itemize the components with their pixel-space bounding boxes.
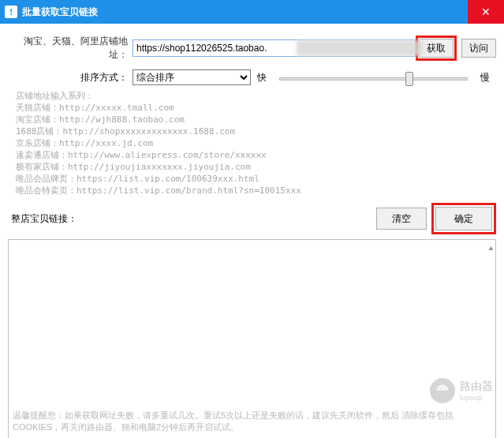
footer-tip: 温馨提醒您：如果获取网址失败，请多重试几次。重试5次以上还是失败的话，建议先关闭… bbox=[13, 410, 491, 433]
app-icon: ! bbox=[5, 6, 17, 18]
url-label: 淘宝、天猫、阿里店铺地址： bbox=[8, 35, 133, 62]
confirm-highlight: 确定 bbox=[431, 203, 496, 234]
close-button[interactable]: ✕ bbox=[468, 0, 504, 24]
sort-row: 排序方式： 综合排序 快 慢 bbox=[8, 69, 496, 85]
clear-button[interactable]: 清空 bbox=[376, 208, 427, 230]
slow-label: 慢 bbox=[480, 71, 490, 84]
speed-slider[interactable] bbox=[279, 77, 468, 80]
sort-label: 排序方式： bbox=[8, 71, 133, 84]
sort-select[interactable]: 综合排序 bbox=[133, 69, 251, 85]
action-row: 整店宝贝链接： 清空 确定 bbox=[8, 203, 496, 234]
blur-overlay bbox=[297, 40, 423, 56]
window-title: 批量获取宝贝链接 bbox=[22, 6, 98, 19]
watermark: 路由器 luyouqi bbox=[430, 378, 493, 403]
router-icon bbox=[430, 378, 455, 403]
watermark-sub: luyouqi bbox=[460, 394, 493, 402]
scroll-up-icon[interactable]: ▴ bbox=[489, 243, 493, 252]
fetch-button[interactable]: 获取 bbox=[419, 39, 454, 58]
links-label: 整店宝贝链接： bbox=[8, 212, 371, 226]
url-row: 淘宝、天猫、阿里店铺地址： 获取 访问 bbox=[8, 35, 496, 62]
watermark-text: 路由器 bbox=[460, 380, 493, 392]
fast-label: 快 bbox=[257, 71, 267, 84]
confirm-button[interactable]: 确定 bbox=[435, 207, 492, 230]
links-textarea[interactable]: ▴ bbox=[8, 239, 496, 438]
speed-slider-wrap bbox=[279, 72, 468, 83]
visit-button[interactable]: 访问 bbox=[461, 39, 496, 58]
examples-text: 店铺地址输入系列： 天猫店铺：http://xxxxx.tmall.com 淘宝… bbox=[16, 90, 496, 197]
titlebar: ! 批量获取宝贝链接 ✕ bbox=[0, 0, 504, 24]
